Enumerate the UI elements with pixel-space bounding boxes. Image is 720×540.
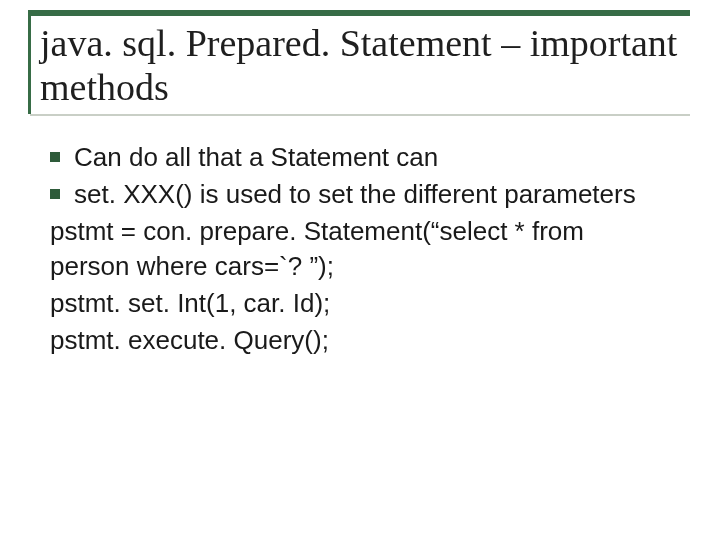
bullet-text: Can do all that a Statement can [74,140,670,175]
bullet-item: set. XXX() is used to set the different … [50,177,670,212]
accent-vertical [28,10,31,114]
code-line: pstmt = con. prepare. Statement(“select … [50,214,670,284]
code-line: pstmt. set. Int(1, car. Id); [50,286,670,321]
accent-bar [28,10,690,16]
code-line: pstmt. execute. Query(); [50,323,670,358]
bullet-item: Can do all that a Statement can [50,140,670,175]
title-line-2: methods [40,66,169,108]
slide-body: Can do all that a Statement can set. XXX… [50,140,670,359]
title-underline [30,114,690,116]
square-bullet-icon [50,152,60,162]
title-line-1: java. sql. Prepared. Statement – importa… [40,22,677,64]
slide-title: java. sql. Prepared. Statement – importa… [40,22,680,109]
slide: java. sql. Prepared. Statement – importa… [0,0,720,540]
square-bullet-icon [50,189,60,199]
bullet-text: set. XXX() is used to set the different … [74,177,670,212]
